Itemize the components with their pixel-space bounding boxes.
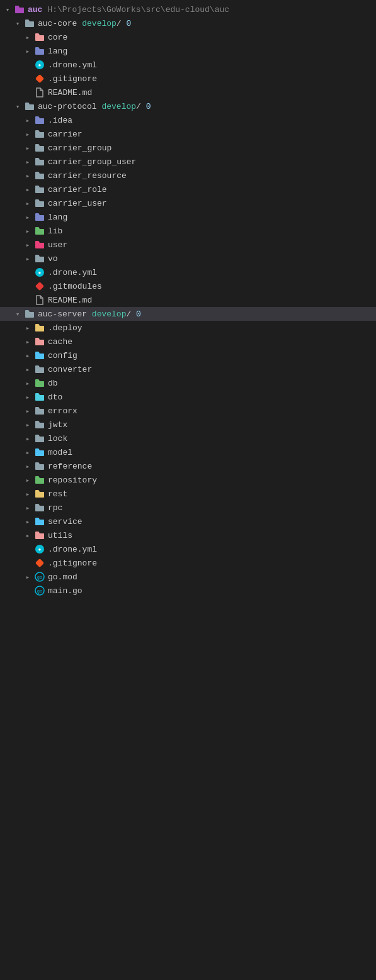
tree-item-rpc[interactable]: ▸rpc: [0, 501, 376, 515]
item-label: carrier_resource: [48, 171, 127, 181]
tree-item-drone-yml-3[interactable]: ▸●.drone.yml: [0, 542, 376, 556]
tree-item-carrier-user[interactable]: ▸carrier_user: [0, 196, 376, 210]
folder-db-icon: [34, 377, 45, 389]
folder-gray-icon: [24, 18, 35, 29]
tree-item-rest[interactable]: ▸rest: [0, 487, 376, 501]
tree-item-deploy[interactable]: ▸.deploy: [0, 321, 376, 335]
chevron-icon: ▸: [23, 157, 33, 167]
file-gitmodules-icon: [34, 281, 45, 292]
item-label: errorx: [48, 406, 77, 416]
tree-item-readme-1[interactable]: ▸README.md: [0, 86, 376, 99]
tree-item-lock[interactable]: ▸lock: [0, 432, 376, 445]
svg-text:●: ●: [38, 270, 42, 276]
tree-item-carrier-role[interactable]: ▸carrier_role: [0, 182, 376, 196]
folder-gray-icon: [34, 460, 45, 472]
chevron-icon: ▸: [23, 143, 33, 153]
item-label: carrier: [48, 130, 83, 139]
chevron-icon: ▾: [13, 101, 23, 111]
item-label: lang: [48, 47, 67, 56]
folder-lib-icon: [34, 225, 45, 237]
item-label: vo: [48, 254, 58, 264]
item-label: go.mod: [48, 572, 77, 582]
tree-item-auc-server[interactable]: ▾auc-server develop/ 0: [0, 307, 376, 321]
tree-item-repository[interactable]: ▸repository: [0, 473, 376, 487]
tree-item-service[interactable]: ▸service: [0, 515, 376, 528]
tree-item-auc-protocol[interactable]: ▾auc-protocol develop/ 0: [0, 99, 376, 113]
tree-item-carrier-resource[interactable]: ▸carrier_resource: [0, 169, 376, 182]
tree-item-drone-yml-1[interactable]: ▸●.drone.yml: [0, 58, 376, 72]
item-label: aucH:\Projects\GoWorks\src\edu-cloud\auc: [28, 5, 229, 14]
tree-item-utils[interactable]: ▸utils: [0, 528, 376, 542]
folder-gray-icon: [24, 308, 35, 320]
folder-dto-icon: [34, 391, 45, 403]
chevron-icon: ▸: [23, 226, 33, 236]
chevron-icon: ▸: [23, 489, 33, 499]
tree-item-user[interactable]: ▸user: [0, 238, 376, 252]
chevron-icon: ▸: [23, 170, 33, 181]
tree-item-converter[interactable]: ▸converter: [0, 362, 376, 376]
file-git-icon: [34, 73, 45, 84]
chevron-icon: ▸: [23, 475, 33, 485]
item-label: README.md: [48, 296, 92, 305]
folder-gray-icon: [34, 142, 45, 153]
item-label: model: [48, 448, 72, 457]
tree-item-jwtx[interactable]: ▸jwtx: [0, 418, 376, 432]
chevron-icon: ▸: [23, 433, 33, 443]
svg-rect-5: [35, 282, 44, 291]
tree-item-gitmodules[interactable]: ▸.gitmodules: [0, 279, 376, 293]
tree-item-carrier-group-user[interactable]: ▸carrier_group_user: [0, 155, 376, 169]
tree-item-lang2[interactable]: ▸lang: [0, 210, 376, 224]
chevron-icon: ▸: [23, 447, 33, 457]
folder-gray-icon: [34, 128, 45, 140]
folder-gray-icon: [34, 198, 45, 209]
tree-item-gitignore-2[interactable]: ▸.gitignore: [0, 556, 376, 570]
folder-lang-icon: [34, 211, 45, 223]
tree-item-gomod[interactable]: ▸gogo.mod: [0, 570, 376, 584]
tree-item-lib[interactable]: ▸lib: [0, 224, 376, 238]
chevron-icon: ▸: [23, 323, 33, 333]
tree-item-model[interactable]: ▸model: [0, 445, 376, 459]
item-label: repository: [48, 476, 97, 485]
tree-item-config[interactable]: ▸config: [0, 348, 376, 362]
tree-item-reference[interactable]: ▸reference: [0, 459, 376, 473]
tree-item-cache[interactable]: ▸cache: [0, 335, 376, 348]
tree-item-auc-core[interactable]: ▾auc-core develop/ 0: [0, 16, 376, 30]
tree-item-lang1[interactable]: ▸lang: [0, 44, 376, 58]
item-label: rpc: [48, 503, 62, 513]
tree-item-dto[interactable]: ▸dto: [0, 390, 376, 404]
item-label: main.go: [48, 586, 83, 596]
tree-item-drone-yml-2[interactable]: ▸●.drone.yml: [0, 265, 376, 279]
item-label: carrier_role: [48, 185, 107, 194]
svg-text:go: go: [37, 575, 42, 580]
folder-lang-icon: [34, 45, 45, 57]
folder-gray-icon: [34, 184, 45, 195]
tree-item-maingo[interactable]: ▸gomain.go: [0, 584, 376, 598]
folder-gray-icon: [34, 405, 45, 416]
tree-item-errorx[interactable]: ▸errorx: [0, 404, 376, 418]
item-label: dto: [48, 393, 62, 402]
file-gomod-icon: go: [34, 585, 45, 596]
tree-item-db[interactable]: ▸db: [0, 376, 376, 390]
tree-item-idea[interactable]: ▸.idea: [0, 113, 376, 127]
chevron-icon: ▸: [23, 392, 33, 402]
folder-gray-icon: [34, 170, 45, 181]
tree-item-vo[interactable]: ▸vo: [0, 252, 376, 265]
chevron-icon: ▸: [23, 129, 33, 139]
chevron-icon: ▸: [23, 572, 33, 582]
tree-item-carrier[interactable]: ▸carrier: [0, 127, 376, 141]
svg-text:●: ●: [38, 547, 42, 552]
chevron-icon: ▸: [23, 198, 33, 208]
folder-purple-icon: [14, 4, 25, 15]
item-label: .gitignore: [48, 559, 97, 568]
item-label: auc-server develop/ 0: [38, 309, 141, 319]
chevron-icon: ▸: [23, 240, 33, 250]
file-drone-icon: ●: [34, 267, 45, 278]
tree-item-core[interactable]: ▸core: [0, 30, 376, 44]
item-label: lang: [48, 213, 67, 222]
tree-item-root[interactable]: ▾aucH:\Projects\GoWorks\src\edu-cloud\au…: [0, 3, 376, 16]
tree-item-gitignore-1[interactable]: ▸.gitignore: [0, 72, 376, 86]
chevron-icon: ▸: [23, 378, 33, 388]
tree-item-readme-2[interactable]: ▸README.md: [0, 293, 376, 307]
folder-gray-icon: [24, 101, 35, 112]
tree-item-carrier-group[interactable]: ▸carrier_group: [0, 141, 376, 155]
